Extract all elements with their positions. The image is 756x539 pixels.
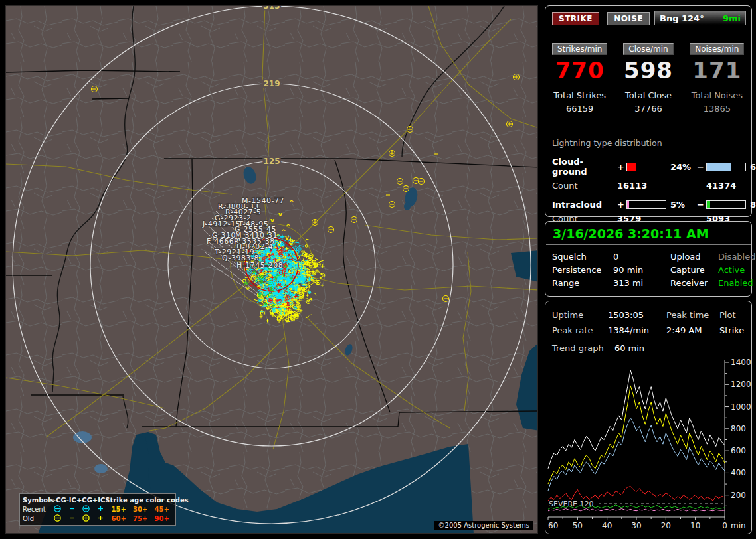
peak-rate-label: Peak rate [552,323,608,338]
storm-motion-tick: v [278,211,282,218]
ic-plus-bar [626,200,666,209]
total-strikes-label: Total Strikes [545,90,614,100]
legend-row-old: Old60+75+90+ [23,514,173,523]
minus-sign: − [697,200,706,210]
legend-header-nic: -IC [66,496,76,504]
total-close-label: Total Close [614,90,682,100]
rate-columns: Strikes/min 770 Total Strikes 66159 Clos… [545,42,751,114]
legend-age-code: 75+ [130,514,151,523]
x-axis-tick-label: 50 [573,521,583,530]
total-strikes-value: 66159 [545,104,614,114]
storm-motion-tick: ^ [286,223,291,230]
receiver-value: Enabled [718,277,755,290]
ic-minus-bar [706,200,746,209]
map-canvas: 125219313 M-1540-77R-3808-33R-4027-5G-29… [6,6,538,534]
strikes-per-min-badge: Strikes/min [552,43,607,55]
plus-sign: + [617,162,626,172]
persistence-label: Persistence [552,264,613,277]
close-column: Close/min 598 Total Close 37766 [614,42,682,114]
plot-value[interactable]: Strike [719,323,751,338]
x-axis-tick-label: 60 [548,521,558,530]
total-close-value: 37766 [614,104,682,114]
total-noises-value: 13865 [683,104,751,114]
y-axis-tick-label: 1200 [731,380,751,389]
date-time-display: 3/16/2026 3:20:11 AM [546,222,751,245]
bearing-label: Bng 124° [660,13,704,23]
total-noises-label: Total Noises [683,90,751,100]
lightning-map[interactable]: 125219313 M-1540-77R-3808-33R-4027-5G-29… [5,5,538,534]
y-axis-tick-label: 400 [731,468,746,477]
legend-age-code: 30+ [130,505,151,514]
cloud-ground-label: Cloud-ground [552,157,617,177]
intracloud-row: Intracloud + 5% − 8% [552,200,746,210]
x-axis-tick-label: 40 [602,521,612,530]
session-trend-panel: Uptime 1503:05 Peak time Plot Peak rate … [545,301,752,534]
upload-value: Disabled [718,250,755,264]
pos-ic-icon [96,514,105,522]
y-axis-tick-label: 1400 [731,358,751,367]
legend-header-symbols: Symbols [23,496,53,504]
receiver-status-panel: 3/16/2026 3:20:11 AM Squelch 0 Upload Di… [545,221,752,297]
strikes-column: Strikes/min 770 Total Strikes 66159 [545,42,614,114]
range-label: Range [552,277,613,290]
bearing-distance: 9mi [723,13,741,23]
count-label: Count [552,181,617,191]
minus-sign: − [697,162,706,172]
range-ring-label: 125 [263,157,280,166]
pos-ic-icon [96,504,105,513]
noises-column: Noises/min 171 Total Noises 13865 [683,42,751,114]
noise-toggle-button[interactable]: NOISE [607,12,650,25]
trend-graph-header: Trend graph 60 min [545,338,751,353]
neg-cg-icon [53,514,62,522]
trend-graph: 2004006008001000120014006050403020100min… [547,357,751,534]
plot-label: Plot [719,307,751,323]
trend-window-value: 60 min [614,343,644,353]
legend-age-code: 60+ [108,514,130,523]
nexstorm-window: 125219313 M-1540-77R-3808-33R-4027-5G-29… [0,0,756,539]
squelch-label: Squelch [552,250,613,264]
pos-cg-icon [82,514,90,522]
cg-minus-bar [706,163,746,171]
squelch-value: 0 [613,250,670,264]
range-value: 313 mi [613,277,670,290]
ic-plus-pct: 5% [666,200,697,210]
intracloud-label: Intracloud [552,200,617,210]
pos-cg-icon [82,504,90,513]
receiver-label: Receiver [670,277,718,290]
x-axis-tick-label: 10 [690,521,700,530]
peak-time-value: 2:49 AM [666,323,719,338]
peak-time-label: Peak time [666,307,719,323]
plus-sign: + [617,200,626,210]
storm-cell-label[interactable]: H-1745-208 [236,261,283,270]
x-axis-tick-label: 20 [661,521,671,530]
session-grid: Uptime 1503:05 Peak time Plot Peak rate … [545,301,751,338]
x-axis-tick-label: 0 [722,521,727,530]
status-grid: Squelch 0 Upload Disabled Persistence 90… [545,245,751,290]
strike-toggle-button[interactable]: STRIKE [552,12,599,25]
range-ring-label: 219 [263,79,280,88]
y-axis-tick-label: 200 [731,491,746,500]
cloud-ground-counts: Count 16113 41374 [552,181,746,191]
legend-age-class-label: Recent [23,505,50,514]
neg-cg-icon [53,504,62,513]
storm-motion-tick: v [285,234,289,241]
persistence-value: 90 min [613,264,670,277]
upload-label: Upload [670,250,718,264]
close-per-min-value: 598 [614,57,682,84]
capture-value: Active [718,264,755,277]
uptime-value: 1503:05 [608,307,666,323]
legend-header-pic: +IC [92,496,105,504]
x-axis-tick-label: 30 [631,521,641,530]
uptime-label: Uptime [552,307,608,323]
capture-label: Capture [670,264,718,277]
cg-minus-pct: 63% [746,162,756,172]
bearing-readout: Bng 124° 9mi [654,11,746,25]
legend-header-ncg: -CG [53,496,66,504]
peak-rate-value: 1384/min [608,323,666,338]
legend-age-code: 45+ [151,505,173,514]
trend-series-strikes-blue [548,418,725,491]
storm-motion-tick: v [270,217,274,224]
trend-series-strikes-yellow [548,386,725,484]
legend-header-ages: Strike age color codes [105,496,188,504]
trend-series-strikes-white [548,370,725,469]
